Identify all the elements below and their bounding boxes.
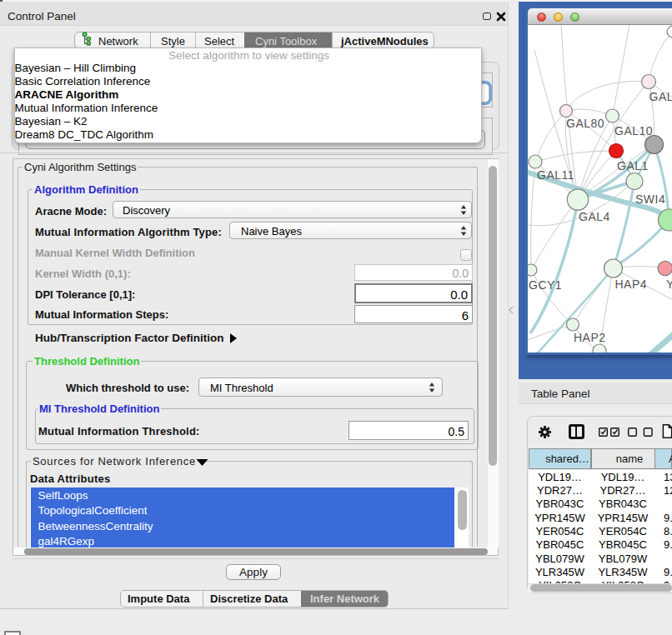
svg-text:SWI4: SWI4 bbox=[635, 192, 665, 206]
svg-text:HAP4: HAP4 bbox=[615, 278, 648, 291]
svg-text:GAL1: GAL1 bbox=[617, 159, 649, 172]
svg-text:GAL11: GAL11 bbox=[537, 168, 574, 182]
svg-text:Y: Y bbox=[666, 278, 672, 291]
svg-text:GCY1: GCY1 bbox=[529, 278, 562, 292]
svg-text:HAP2: HAP2 bbox=[574, 331, 606, 344]
svg-text:GAL10: GAL10 bbox=[614, 124, 653, 138]
svg-text:GAL80: GAL80 bbox=[566, 117, 604, 130]
svg-text:GAL4: GAL4 bbox=[579, 210, 610, 223]
svg-text:GAL: GAL bbox=[649, 90, 672, 103]
